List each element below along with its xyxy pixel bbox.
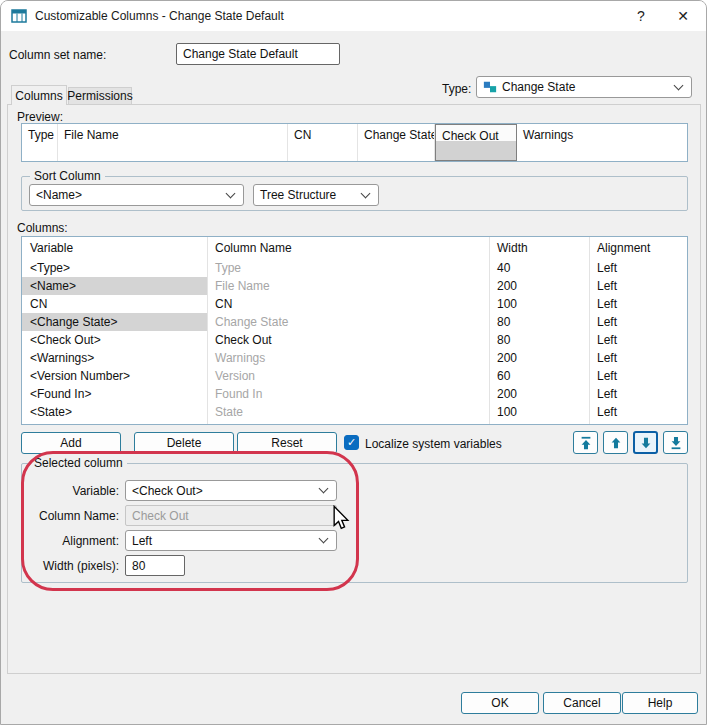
chevron-down-icon [319,484,329,494]
type-select[interactable]: Change State [476,76,692,98]
chevron-down-icon [361,188,371,198]
header-alignment: Alignment [589,241,687,255]
alignment-value: Left [132,534,152,548]
titlebar: Customizable Columns - Change State Defa… [1,1,706,31]
columns-table-row[interactable]: <Version Number>Version60Left [22,367,687,385]
columns-table-row-selected[interactable]: <Check Out>Check Out80Left [22,331,687,349]
header-variable: Variable [22,241,207,255]
help-footer-button[interactable]: Help [622,692,698,714]
move-up-icon [609,436,623,450]
column-name-input[interactable]: Check Out [125,505,337,526]
columns-table-row[interactable]: CNCN100Left [22,295,687,313]
header-width: Width [489,241,589,255]
move-to-bottom-icon [669,436,683,450]
width-pixels-value: 80 [132,559,145,573]
columns-table-row[interactable]: <Found In>Found In200Left [22,385,687,403]
chevron-down-icon [226,188,236,198]
preview-column-file-name[interactable]: File Name [58,124,288,161]
tab-permissions[interactable]: Permissions [68,87,132,104]
customizable-columns-dialog: Customizable Columns - Change State Defa… [0,0,707,725]
columns-app-icon [11,8,27,24]
add-button[interactable]: Add [21,432,121,454]
columns-table-row[interactable]: <Type>Type40Left [22,259,687,277]
chevron-down-icon [674,80,684,90]
preview-label: Preview: [17,110,63,124]
window-title: Customizable Columns - Change State Defa… [35,9,284,23]
sort-column-value: <Name> [36,188,82,202]
width-pixels-label: Width (pixels): [27,559,119,573]
columns-table-row[interactable]: <Name>File Name200Left [22,277,687,295]
column-name-label: Column Name: [27,509,119,523]
column-set-name-input[interactable]: Change State Default [176,43,340,65]
preview-column-warnings[interactable]: Warnings [517,124,687,161]
move-down-button[interactable] [633,431,658,454]
sort-structure-value: Tree Structure [260,188,336,202]
selected-column-group-label: Selected column [30,456,127,470]
column-name-value: Check Out [132,509,189,523]
reset-button[interactable]: Reset [237,432,337,454]
column-set-name-value: Change State Default [183,47,298,61]
selected-column-group: Selected column [21,463,688,583]
preview-column-cn[interactable]: CN [288,124,358,161]
move-up-button[interactable] [603,431,628,454]
preview-column-change-state[interactable]: Change State [358,124,435,161]
alignment-select[interactable]: Left [125,530,337,551]
delete-button[interactable]: Delete [134,432,234,454]
columns-table-row[interactable]: <Warnings>Warnings200Left [22,349,687,367]
variable-value: <Check Out> [132,484,203,498]
change-state-icon [483,80,497,94]
sort-column-select[interactable]: <Name> [29,184,244,206]
move-down-icon [639,436,653,450]
columns-label: Columns: [17,221,68,235]
header-column-name: Column Name [207,241,489,255]
columns-table: Variable Column Name Width Alignment <Ty… [21,236,688,425]
column-set-name-label: Column set name: [9,48,106,62]
alignment-label: Alignment: [27,534,119,548]
move-to-bottom-button[interactable] [663,431,688,454]
type-label: Type: [442,82,471,96]
sort-column-group-label: Sort Column [30,169,105,183]
columns-table-row[interactable]: <Change State>Change State80Left [22,313,687,331]
type-value: Change State [502,80,575,94]
columns-table-header: Variable Column Name Width Alignment [22,237,687,259]
columns-table-row[interactable]: <State>State100Left [22,403,687,421]
chevron-down-icon [319,534,329,544]
tab-columns[interactable]: Columns [11,85,67,105]
localize-system-variables-checkbox[interactable]: ✓ [344,435,359,450]
preview-table: Type File Name CN Change State Check Out… [21,123,688,162]
ok-button[interactable]: OK [461,692,539,714]
sort-structure-select[interactable]: Tree Structure [253,184,379,206]
close-button[interactable]: ✕ [660,1,706,31]
variable-select[interactable]: <Check Out> [125,480,337,501]
cancel-button[interactable]: Cancel [543,692,621,714]
preview-column-check-out-selected[interactable]: Check Out [435,124,517,161]
move-to-top-icon [579,436,593,450]
variable-label: Variable: [27,484,119,498]
help-button[interactable]: ? [622,1,660,31]
preview-column-type[interactable]: Type [22,124,58,161]
width-pixels-input[interactable]: 80 [125,555,185,576]
move-to-top-button[interactable] [573,431,598,454]
localize-system-variables-label: Localize system variables [365,437,502,451]
